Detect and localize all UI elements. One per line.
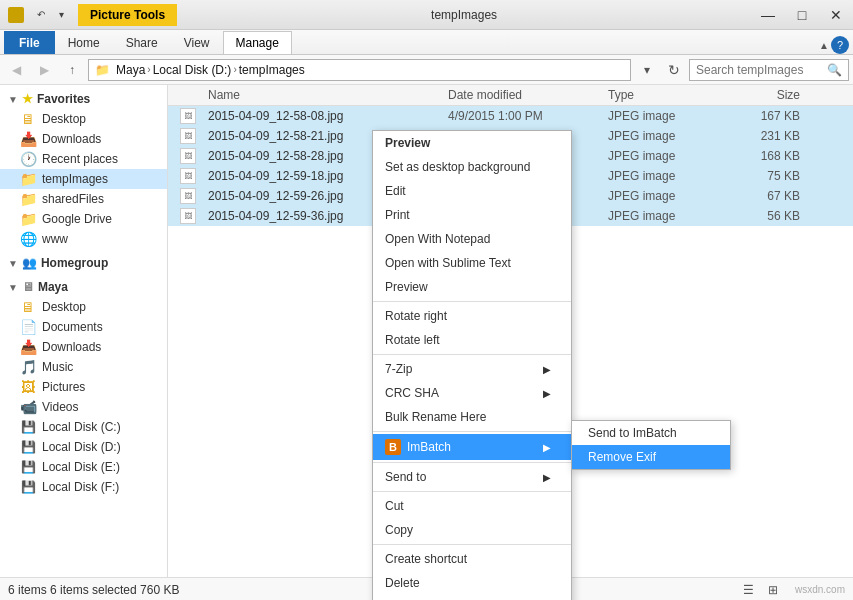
back-button[interactable]: ◀ — [4, 59, 28, 81]
tab-share[interactable]: Share — [113, 31, 171, 54]
ctx-item-label: Cut — [385, 499, 404, 513]
ctx-separator-5 — [373, 491, 571, 492]
sidebar-item-label: Downloads — [42, 132, 101, 146]
submenu-arrow-icon: ▶ — [543, 388, 551, 399]
col-type[interactable]: Type — [608, 88, 728, 102]
folder-icon: 📥 — [20, 133, 36, 145]
file-icon: 🖼 — [168, 148, 208, 164]
ctx-item-label: Preview — [385, 136, 430, 150]
tab-manage[interactable]: Manage — [223, 31, 292, 54]
file-type: JPEG image — [608, 169, 728, 183]
tab-file[interactable]: File — [4, 31, 55, 54]
ctx-item-label: 7-Zip — [385, 362, 412, 376]
ctx-item-preview-bold[interactable]: Preview — [373, 131, 571, 155]
close-button[interactable]: ✕ — [819, 0, 853, 30]
tab-view[interactable]: View — [171, 31, 223, 54]
ctx-item-label: Rotate right — [385, 309, 447, 323]
file-size: 167 KB — [728, 109, 808, 123]
sidebar-item-sharedfiles[interactable]: 📁 sharedFiles — [0, 189, 167, 209]
sidebar-item-label: Local Disk (C:) — [42, 420, 121, 434]
forward-button[interactable]: ▶ — [32, 59, 56, 81]
tab-home[interactable]: Home — [55, 31, 113, 54]
ctx-item-rotate-right[interactable]: Rotate right — [373, 304, 571, 328]
help-btn[interactable]: ? — [831, 36, 849, 54]
ctx-item-imbatch[interactable]: B ImBatch ▶ — [373, 434, 571, 460]
ctx-item-desktop-bg[interactable]: Set as desktop background — [373, 155, 571, 179]
maya-icon: 🖥 — [22, 280, 34, 294]
sidebar-item-label: Music — [42, 360, 73, 374]
qat-btn-1[interactable]: ↶ — [32, 6, 50, 24]
ctx-item-open-notepad[interactable]: Open With Notepad — [373, 227, 571, 251]
ctx-item-open-sublime[interactable]: Open with Sublime Text — [373, 251, 571, 275]
path-tempimages[interactable]: tempImages — [239, 63, 305, 77]
sidebar-homegroup-header[interactable]: ▼ 👥 Homegroup — [0, 253, 167, 273]
sidebar-item-local-c[interactable]: 💾 Local Disk (C:) — [0, 417, 167, 437]
submenu-item-remove-exif[interactable]: Remove Exif — [572, 445, 730, 469]
window-title: tempImages — [177, 8, 751, 22]
search-box[interactable]: 🔍 — [689, 59, 849, 81]
ctx-item-cut[interactable]: Cut — [373, 494, 571, 518]
sidebar-item-desktop-fav[interactable]: 🖥 Desktop — [0, 109, 167, 129]
sidebar-item-maya-documents[interactable]: 📄 Documents — [0, 317, 167, 337]
ctx-item-label: Create shortcut — [385, 552, 467, 566]
ctx-item-rename[interactable]: Rename — [373, 595, 571, 600]
file-size: 67 KB — [728, 189, 808, 203]
ctx-item-edit[interactable]: Edit — [373, 179, 571, 203]
active-ribbon-tab[interactable]: Picture Tools — [78, 4, 177, 26]
ribbon-collapse-btn[interactable]: ▲ — [819, 40, 829, 51]
sidebar-item-recent[interactable]: 🕐 Recent places — [0, 149, 167, 169]
address-path[interactable]: 📁 Maya › Local Disk (D:) › tempImages — [88, 59, 631, 81]
sidebar-item-local-d[interactable]: 💾 Local Disk (D:) — [0, 437, 167, 457]
sidebar-item-local-e[interactable]: 💾 Local Disk (E:) — [0, 457, 167, 477]
minimize-button[interactable]: — — [751, 0, 785, 30]
submenu-item-send-to-imbatch[interactable]: Send to ImBatch — [572, 421, 730, 445]
sidebar-section-favorites: ▼ ★ Favorites 🖥 Desktop 📥 Downloads 🕐 Re… — [0, 89, 167, 249]
ctx-item-rotate-left[interactable]: Rotate left — [373, 328, 571, 352]
sidebar-item-maya-pictures[interactable]: 🖼 Pictures — [0, 377, 167, 397]
maximize-button[interactable]: □ — [785, 0, 819, 30]
ctx-item-send-to[interactable]: Send to ▶ — [373, 465, 571, 489]
search-input[interactable] — [696, 63, 827, 77]
ctx-item-label: Bulk Rename Here — [385, 410, 486, 424]
col-name[interactable]: Name — [168, 88, 448, 102]
sidebar-item-maya-downloads[interactable]: 📥 Downloads — [0, 337, 167, 357]
refresh-button[interactable]: ↻ — [663, 59, 685, 81]
sidebar-item-tempimages[interactable]: 📁 tempImages — [0, 169, 167, 189]
sidebar-item-downloads-fav[interactable]: 📥 Downloads — [0, 129, 167, 149]
ctx-item-preview[interactable]: Preview — [373, 275, 571, 299]
file-icon: 🖼 — [168, 128, 208, 144]
path-localdisk[interactable]: Local Disk (D:) — [153, 63, 232, 77]
sidebar-item-googledrive[interactable]: 📁 Google Drive — [0, 209, 167, 229]
file-type: JPEG image — [608, 209, 728, 223]
detail-view-btn[interactable]: ⊞ — [763, 581, 783, 599]
qat-btn-2[interactable]: ▾ — [52, 6, 70, 24]
folder-icon: 📹 — [20, 401, 36, 413]
col-date[interactable]: Date modified — [448, 88, 608, 102]
expand-favorites-icon: ▼ — [8, 94, 18, 105]
folder-icon: 🖥 — [20, 301, 36, 313]
sidebar-maya-header[interactable]: ▼ 🖥 Maya — [0, 277, 167, 297]
dropdown-path-btn[interactable]: ▾ — [635, 59, 659, 81]
table-row[interactable]: 🖼 2015-04-09_12-58-08.jpg 4/9/2015 1:00 … — [168, 106, 853, 126]
folder-icon: 📥 — [20, 341, 36, 353]
folder-icon: 📁 — [20, 193, 36, 205]
col-size[interactable]: Size — [728, 88, 808, 102]
path-maya[interactable]: Maya — [116, 63, 145, 77]
file-size: 168 KB — [728, 149, 808, 163]
up-button[interactable]: ↑ — [60, 59, 84, 81]
ctx-item-crcsha[interactable]: CRC SHA ▶ — [373, 381, 571, 405]
ctx-item-delete[interactable]: Delete — [373, 571, 571, 595]
list-view-btn[interactable]: ☰ — [739, 581, 759, 599]
ctx-item-copy[interactable]: Copy — [373, 518, 571, 542]
ctx-item-bulk-rename[interactable]: Bulk Rename Here — [373, 405, 571, 429]
sidebar-favorites-header[interactable]: ▼ ★ Favorites — [0, 89, 167, 109]
sidebar-item-maya-desktop[interactable]: 🖥 Desktop — [0, 297, 167, 317]
sidebar-item-www[interactable]: 🌐 www — [0, 229, 167, 249]
ctx-item-print[interactable]: Print — [373, 203, 571, 227]
sidebar-item-maya-videos[interactable]: 📹 Videos — [0, 397, 167, 417]
ctx-item-create-shortcut[interactable]: Create shortcut — [373, 547, 571, 571]
sidebar-item-maya-music[interactable]: 🎵 Music — [0, 357, 167, 377]
sidebar-item-local-f[interactable]: 💾 Local Disk (F:) — [0, 477, 167, 497]
folder-icon: 🎵 — [20, 361, 36, 373]
ctx-item-7zip[interactable]: 7-Zip ▶ — [373, 357, 571, 381]
